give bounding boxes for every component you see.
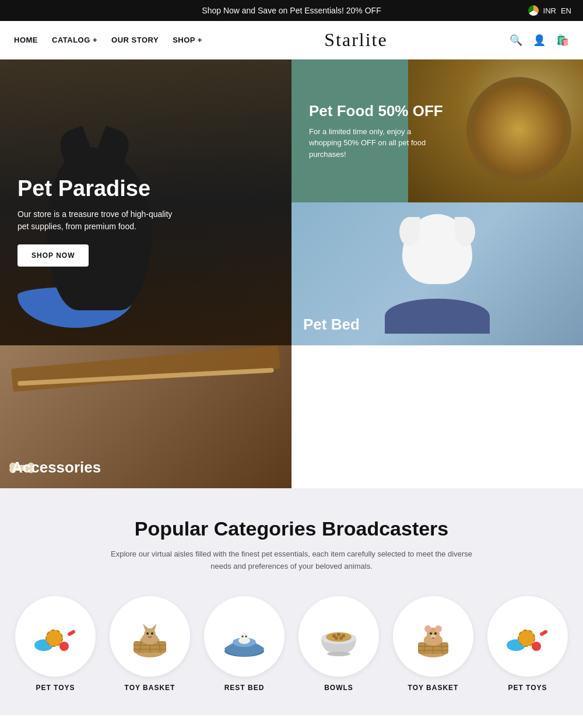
category-circle-pet-toys-2 bbox=[487, 596, 568, 677]
search-icon[interactable]: 🔍 bbox=[510, 34, 522, 47]
category-toy-basket-1[interactable]: TOY BASKET bbox=[110, 596, 190, 692]
category-label-toy-basket-2: TOY BASKET bbox=[408, 684, 459, 692]
svg-point-30 bbox=[339, 636, 343, 640]
svg-point-29 bbox=[335, 636, 338, 640]
categories-grid: PET TOYS bbox=[14, 596, 569, 692]
svg-point-45 bbox=[430, 632, 432, 635]
rest-bed-icon bbox=[221, 616, 268, 657]
main-nav: HOME CATALOG + OUR STORY SHOP + Starlite… bbox=[0, 21, 583, 60]
hero-pet-bed: Pet Bed bbox=[292, 202, 583, 345]
hero-accessories-title: Accessories bbox=[12, 459, 101, 477]
brand-logo[interactable]: Starlite bbox=[324, 29, 387, 51]
hero-bed-title: Pet Bed bbox=[303, 316, 360, 334]
category-bowls[interactable]: BOWLS bbox=[298, 596, 379, 692]
banner-text: Shop Now and Save on Pet Essentials! 20%… bbox=[202, 6, 381, 15]
category-pet-toys-1[interactable]: PET TOYS bbox=[15, 596, 96, 692]
pet-toys-icon-1 bbox=[32, 616, 79, 657]
category-label-pet-toys-1: PET TOYS bbox=[36, 684, 75, 692]
svg-rect-4 bbox=[67, 629, 76, 636]
flag-icon bbox=[528, 5, 539, 16]
svg-point-43 bbox=[426, 626, 430, 631]
hero-main: Pet Paradise Our store is a treasure tro… bbox=[0, 60, 292, 345]
hero-grid: Pet Paradise Our store is a treasure tro… bbox=[0, 60, 583, 488]
category-label-rest-bed: REST BED bbox=[224, 684, 265, 692]
categories-heading: Popular Categories Broadcasters bbox=[14, 517, 569, 540]
category-circle-toy-basket-2 bbox=[393, 596, 473, 677]
hero-food-content: Pet Food 50% OFF For a limited time only… bbox=[309, 102, 443, 160]
category-rest-bed[interactable]: REST BED bbox=[204, 596, 285, 692]
bowls-icon bbox=[315, 616, 362, 657]
cart-icon[interactable]: 🛍️ bbox=[556, 34, 569, 47]
popular-section: Most popular Products bbox=[0, 715, 583, 728]
svg-point-46 bbox=[434, 632, 437, 635]
hero-accessories: Accessories bbox=[0, 345, 292, 488]
nav-shop[interactable]: SHOP + bbox=[173, 36, 202, 44]
category-circle-rest-bed bbox=[204, 596, 285, 677]
hero-main-desc: Our store is a treasure trove of high-qu… bbox=[17, 208, 181, 233]
category-toy-basket-2[interactable]: TOY BASKET bbox=[393, 596, 473, 692]
category-circle-bowls bbox=[298, 596, 379, 677]
category-label-toy-basket-1: TOY BASKET bbox=[125, 684, 175, 692]
nav-left: HOME CATALOG + OUR STORY SHOP + bbox=[14, 36, 202, 44]
svg-point-21 bbox=[240, 633, 248, 641]
currency-selector[interactable]: INR bbox=[543, 6, 556, 15]
category-circle-pet-toys-1 bbox=[15, 596, 96, 677]
svg-point-47 bbox=[430, 635, 436, 638]
shop-now-button[interactable]: SHOP NOW bbox=[17, 244, 89, 267]
svg-point-31 bbox=[327, 652, 350, 656]
svg-point-17 bbox=[151, 632, 153, 635]
svg-point-44 bbox=[436, 626, 441, 631]
hero-food-promo: Pet Food 50% OFF For a limited time only… bbox=[292, 60, 583, 202]
svg-point-16 bbox=[146, 632, 149, 635]
svg-point-51 bbox=[532, 642, 541, 651]
svg-point-27 bbox=[337, 633, 340, 636]
hero-food-desc: For a limited time only, enjoy a whoppin… bbox=[309, 126, 437, 160]
svg-point-22 bbox=[242, 635, 244, 637]
svg-rect-52 bbox=[539, 629, 548, 636]
category-circle-toy-basket-1 bbox=[110, 596, 190, 677]
hero-food-title: Pet Food 50% OFF bbox=[309, 102, 443, 120]
account-icon[interactable]: 👤 bbox=[533, 34, 546, 47]
language-selector[interactable]: EN bbox=[561, 6, 571, 15]
nav-right: 🔍 👤 🛍️ bbox=[510, 34, 569, 47]
category-pet-toys-2[interactable]: PET TOYS bbox=[487, 596, 568, 692]
hero-main-content: Pet Paradise Our store is a treasure tro… bbox=[0, 60, 292, 284]
banner-controls: INR EN bbox=[528, 5, 571, 16]
nav-our-story[interactable]: OUR STORY bbox=[111, 36, 159, 44]
nav-home[interactable]: HOME bbox=[14, 36, 38, 44]
top-banner: Shop Now and Save on Pet Essentials! 20%… bbox=[0, 0, 583, 21]
category-label-pet-toys-2: PET TOYS bbox=[508, 684, 547, 692]
categories-subtext: Explore our virtual aisles filled with t… bbox=[105, 548, 478, 573]
categories-section: Popular Categories Broadcasters Explore … bbox=[0, 488, 583, 715]
svg-point-3 bbox=[59, 642, 69, 651]
pet-toys-icon-2 bbox=[504, 616, 551, 657]
hero-main-title: Pet Paradise bbox=[17, 176, 274, 201]
category-label-bowls: BOWLS bbox=[324, 684, 353, 692]
nav-catalog[interactable]: CATALOG + bbox=[52, 36, 97, 44]
svg-point-23 bbox=[245, 635, 247, 637]
toy-basket-icon-2 bbox=[410, 613, 456, 660]
toy-basket-icon-1 bbox=[127, 613, 173, 660]
